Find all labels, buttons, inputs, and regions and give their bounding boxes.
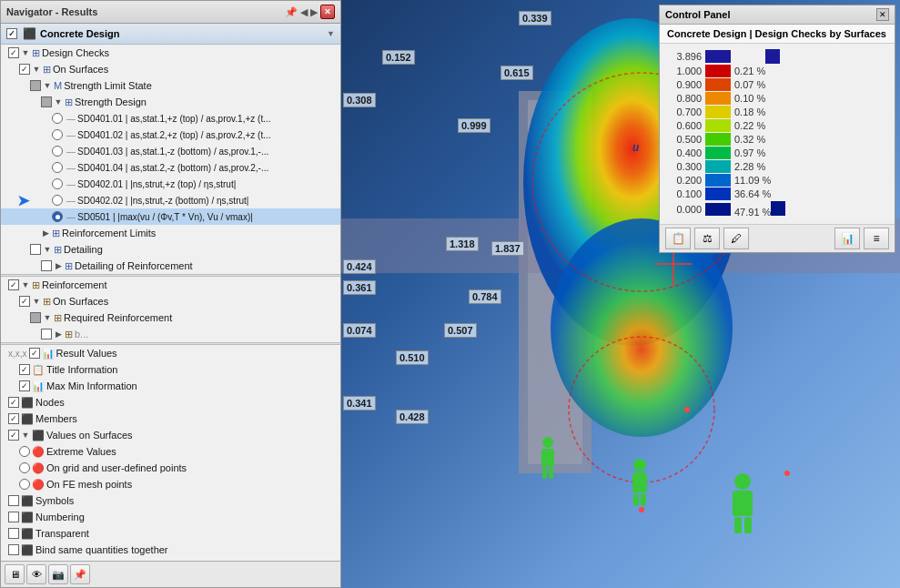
nav-right-icon[interactable]: ▶ <box>310 6 318 18</box>
sd0501-radio[interactable] <box>52 211 63 222</box>
result-values-item[interactable]: x,x,x 📊 Result Values <box>1 345 340 361</box>
sd040103-radio[interactable] <box>52 146 63 157</box>
detailing-item[interactable]: ▼ ⊞ Detailing <box>1 241 340 258</box>
sub-reinf-label: b... <box>75 329 88 340</box>
nav-left-icon[interactable]: ◀ <box>300 6 308 18</box>
detailing-reinf-item[interactable]: ▶ ⊞ Detailing of Reinforcement <box>1 258 340 274</box>
pin-bottom-button[interactable]: 📌 <box>70 564 90 584</box>
strength-design-arrow[interactable]: ▼ <box>54 97 63 106</box>
title-info-checkbox[interactable] <box>19 364 30 375</box>
strength-limit-arrow[interactable]: ▼ <box>43 81 52 90</box>
legend-bar-5 <box>705 119 731 132</box>
on-surfaces-checkbox[interactable] <box>19 64 30 75</box>
cp-btn-3[interactable]: 🖊 <box>723 228 749 249</box>
values-surfaces-checkbox[interactable] <box>8 430 19 441</box>
on-surfaces2-arrow[interactable]: ▼ <box>32 297 41 306</box>
strength-design-checkbox[interactable] <box>41 96 52 107</box>
on-surfaces2-item[interactable]: ▼ ⊞ On Surfaces <box>1 293 340 309</box>
values-surfaces-arrow[interactable]: ▼ <box>21 431 30 440</box>
detailing-checkbox[interactable] <box>30 244 41 255</box>
sd040102-radio[interactable] <box>52 129 63 140</box>
on-fe-mesh-item[interactable]: 🔴 On FE mesh points <box>1 476 340 492</box>
strength-design-item[interactable]: ▼ ⊞ Strength Design <box>1 94 340 110</box>
symbols-item[interactable]: ⬛ Symbols <box>1 492 340 509</box>
sd040202-radio[interactable] <box>52 195 63 206</box>
sd040104-item[interactable]: — SD0401.04 | as,stat.2,-z (bottom) / as… <box>1 159 340 176</box>
numbering-checkbox[interactable] <box>8 512 19 522</box>
extreme-values-item[interactable]: 🔴 Extreme Values <box>1 443 340 460</box>
sd040201-item[interactable]: — SD0402.01 | |ns,strut,+z (top) / ηs,st… <box>1 176 340 192</box>
transparent-item[interactable]: ⬛ Transparent <box>1 525 340 542</box>
on-surfaces-arrow[interactable]: ▼ <box>32 65 41 74</box>
title-info-item[interactable]: 📋 Title Information <box>1 361 340 378</box>
values-surfaces-item[interactable]: ▼ ⬛ Values on Surfaces <box>1 427 340 443</box>
camera-button[interactable]: 📷 <box>48 564 68 584</box>
strength-limit-item[interactable]: ▼ M Strength Limit State <box>1 77 340 94</box>
reinforcement-arrow[interactable]: ▼ <box>21 280 30 289</box>
nodes-item[interactable]: ⬛ Nodes <box>1 394 340 411</box>
design-checks-checkbox[interactable] <box>8 47 19 58</box>
section-checkbox[interactable] <box>6 28 17 39</box>
maxmin-info-item[interactable]: 📊 Max Min Information <box>1 378 340 394</box>
values-surfaces-icon: ⬛ <box>32 430 45 441</box>
navigator-titlebar: Navigator - Results 📌 ◀ ▶ ✕ <box>1 1 340 24</box>
sub-reinf-checkbox[interactable] <box>41 329 52 340</box>
sd040103-item[interactable]: — SD0401.03 | as,stat.1,-z (bottom) / as… <box>1 143 340 159</box>
sd040101-item[interactable]: — SD0401.01 | as,stat.1,+z (top) / as,pr… <box>1 110 340 127</box>
detailing-reinf-checkbox[interactable] <box>41 260 52 271</box>
sd040202-item[interactable]: — SD0402.02 | |ns,strut,-z (bottom) / ηs… <box>1 192 340 208</box>
sub-reinf-item[interactable]: ▶ ⊞ b... <box>1 326 340 342</box>
cp-btn-1[interactable]: 📋 <box>665 228 691 249</box>
extreme-values-radio[interactable] <box>19 446 30 457</box>
reinforcement-checkbox[interactable] <box>8 279 19 290</box>
bind-same-checkbox[interactable] <box>8 544 19 555</box>
cp-btn-4[interactable]: 📊 <box>834 228 860 249</box>
close-button[interactable]: ✕ <box>320 5 335 19</box>
cp-close-button[interactable]: ✕ <box>876 8 889 21</box>
extreme-values-icon: 🔴 <box>32 446 45 458</box>
on-grid-item[interactable]: 🔴 On grid and user-defined points <box>1 460 340 476</box>
design-checks-item[interactable]: ▼ ⊞ Design Checks <box>1 45 340 61</box>
sd0501-item[interactable]: — SD0501 | |max(vu / (Φv,T * Vn), Vu / v… <box>1 208 340 225</box>
reinf-limits-arrow[interactable]: ▶ <box>41 228 50 238</box>
members-checkbox[interactable] <box>8 413 19 424</box>
on-surfaces2-checkbox[interactable] <box>19 296 30 307</box>
detailing-arrow[interactable]: ▼ <box>43 245 52 254</box>
on-grid-label: On grid and user-defined points <box>46 462 187 473</box>
sub-reinf-arrow[interactable]: ▶ <box>54 329 63 339</box>
monitor-button[interactable]: 🖥 <box>5 564 25 584</box>
reinf-limits-item[interactable]: ▶ ⊞ Reinforcement Limits <box>1 225 340 241</box>
required-reinf-item[interactable]: ▼ ⊞ Required Reinforcement <box>1 309 340 326</box>
symbols-checkbox[interactable] <box>8 495 19 506</box>
on-fe-mesh-radio[interactable] <box>19 479 30 490</box>
cp-btn-2[interactable]: ⚖ <box>694 228 720 249</box>
eye-button[interactable]: 👁 <box>26 564 46 584</box>
sd040101-radio[interactable] <box>52 113 63 124</box>
sd040104-radio[interactable] <box>52 162 63 173</box>
bind-same-item[interactable]: ⬛ Bind same quantities together <box>1 542 340 558</box>
numbering-item[interactable]: ⬛ Numbering <box>1 509 340 525</box>
expand-section-icon[interactable]: ▼ <box>327 29 335 38</box>
result-values-checkbox[interactable] <box>29 348 40 359</box>
detailing-reinf-arrow[interactable]: ▶ <box>54 261 63 270</box>
sd040201-radio[interactable] <box>52 178 63 189</box>
nodes-checkbox[interactable] <box>8 397 19 408</box>
on-grid-radio[interactable] <box>19 462 30 473</box>
reinforcement-item[interactable]: ▼ ⊞ Reinforcement <box>1 277 340 293</box>
required-reinf-arrow[interactable]: ▼ <box>43 313 52 322</box>
sd040104-label: SD0401.04 | as,stat.2,-z (bottom) / as,p… <box>77 163 268 173</box>
cp-btn-5[interactable]: ≡ <box>864 228 889 249</box>
on-surfaces-item[interactable]: ▼ ⊞ On Surfaces <box>1 61 340 77</box>
sd040102-item[interactable]: — SD0401.02 | as,stat.2,+z (top) / as,pr… <box>1 127 340 143</box>
design-checks-arrow[interactable]: ▼ <box>21 48 30 57</box>
sd040202-label: SD0402.02 | |ns,strut,-z (bottom) / ηs,s… <box>77 196 248 206</box>
legend-pct-8: 2.28 % <box>734 161 780 172</box>
strength-limit-checkbox[interactable] <box>30 80 41 91</box>
transparent-checkbox[interactable] <box>8 528 19 539</box>
maxmin-info-checkbox[interactable] <box>19 380 30 391</box>
u-label: u <box>632 141 639 154</box>
pin-icon[interactable]: 📌 <box>285 6 298 18</box>
members-item[interactable]: ⬛ Members <box>1 411 340 427</box>
legend-value-9: 0.200 <box>667 175 702 186</box>
required-reinf-checkbox[interactable] <box>30 312 41 323</box>
